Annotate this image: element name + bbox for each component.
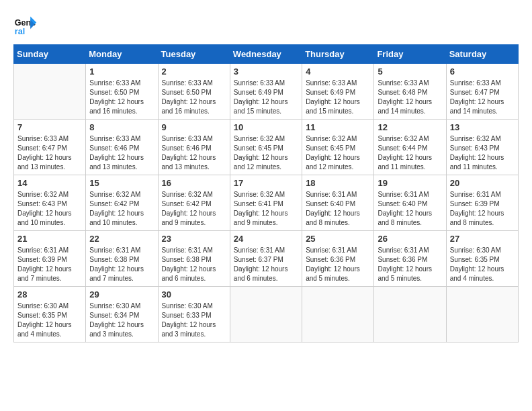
day-cell: 28Sunrise: 6:30 AM Sunset: 6:35 PM Dayli… (14, 287, 86, 342)
day-cell: 12Sunrise: 6:32 AM Sunset: 6:44 PM Dayli… (374, 120, 446, 175)
day-number: 29 (89, 289, 154, 300)
day-cell (302, 287, 374, 342)
svg-text:ral: ral (15, 27, 25, 36)
day-cell: 27Sunrise: 6:30 AM Sunset: 6:35 PM Dayli… (446, 231, 518, 287)
day-number: 21 (17, 234, 82, 244)
day-info: Sunrise: 6:30 AM Sunset: 6:35 PM Dayligh… (450, 246, 515, 283)
day-number: 7 (17, 122, 82, 132)
day-info: Sunrise: 6:33 AM Sunset: 6:50 PM Dayligh… (162, 79, 226, 116)
day-cell: 11Sunrise: 6:32 AM Sunset: 6:45 PM Dayli… (302, 120, 374, 175)
day-number: 11 (306, 122, 370, 132)
day-info: Sunrise: 6:31 AM Sunset: 6:40 PM Dayligh… (378, 190, 442, 228)
day-info: Sunrise: 6:31 AM Sunset: 6:37 PM Dayligh… (234, 246, 298, 283)
day-number: 28 (17, 289, 82, 300)
day-info: Sunrise: 6:31 AM Sunset: 6:39 PM Dayligh… (450, 190, 515, 228)
day-number: 16 (162, 178, 226, 188)
day-info: Sunrise: 6:30 AM Sunset: 6:35 PM Dayligh… (17, 302, 82, 339)
day-number: 2 (162, 66, 226, 77)
day-info: Sunrise: 6:32 AM Sunset: 6:43 PM Dayligh… (17, 190, 82, 228)
day-info: Sunrise: 6:32 AM Sunset: 6:42 PM Dayligh… (162, 190, 226, 228)
day-info: Sunrise: 6:33 AM Sunset: 6:47 PM Dayligh… (17, 134, 82, 172)
day-cell: 1Sunrise: 6:33 AM Sunset: 6:50 PM Daylig… (86, 64, 158, 120)
calendar-header: SundayMondayTuesdayWednesdayThursdayFrid… (14, 45, 519, 64)
day-info: Sunrise: 6:33 AM Sunset: 6:48 PM Dayligh… (378, 79, 442, 116)
day-cell: 7Sunrise: 6:33 AM Sunset: 6:47 PM Daylig… (14, 120, 86, 175)
logo-icon: Gene ral (13, 13, 38, 38)
day-number: 18 (306, 178, 370, 188)
day-info: Sunrise: 6:31 AM Sunset: 6:40 PM Dayligh… (306, 190, 370, 228)
week-row-5: 28Sunrise: 6:30 AM Sunset: 6:35 PM Dayli… (14, 287, 519, 342)
page-header: Gene ral (13, 13, 519, 38)
header-row: SundayMondayTuesdayWednesdayThursdayFrid… (14, 45, 519, 64)
day-number: 15 (89, 178, 154, 188)
week-row-4: 21Sunrise: 6:31 AM Sunset: 6:39 PM Dayli… (14, 231, 519, 287)
day-number: 25 (306, 234, 370, 244)
day-info: Sunrise: 6:30 AM Sunset: 6:34 PM Dayligh… (89, 302, 154, 339)
day-info: Sunrise: 6:32 AM Sunset: 6:45 PM Dayligh… (234, 134, 298, 172)
day-number: 3 (234, 66, 298, 77)
day-number: 4 (306, 66, 370, 77)
day-cell: 18Sunrise: 6:31 AM Sunset: 6:40 PM Dayli… (302, 175, 374, 231)
day-number: 20 (450, 178, 515, 188)
day-cell: 9Sunrise: 6:33 AM Sunset: 6:46 PM Daylig… (158, 120, 230, 175)
day-cell: 23Sunrise: 6:31 AM Sunset: 6:38 PM Dayli… (158, 231, 230, 287)
day-number: 19 (378, 178, 442, 188)
day-info: Sunrise: 6:32 AM Sunset: 6:44 PM Dayligh… (378, 134, 442, 172)
day-cell: 25Sunrise: 6:31 AM Sunset: 6:36 PM Dayli… (302, 231, 374, 287)
day-cell: 2Sunrise: 6:33 AM Sunset: 6:50 PM Daylig… (158, 64, 230, 120)
logo: Gene ral (13, 13, 42, 38)
day-cell: 14Sunrise: 6:32 AM Sunset: 6:43 PM Dayli… (14, 175, 86, 231)
header-friday: Friday (374, 45, 446, 64)
day-cell: 10Sunrise: 6:32 AM Sunset: 6:45 PM Dayli… (230, 120, 302, 175)
header-saturday: Saturday (446, 45, 518, 64)
day-info: Sunrise: 6:33 AM Sunset: 6:50 PM Dayligh… (89, 79, 154, 116)
header-wednesday: Wednesday (230, 45, 302, 64)
day-cell: 5Sunrise: 6:33 AM Sunset: 6:48 PM Daylig… (374, 64, 446, 120)
day-cell: 29Sunrise: 6:30 AM Sunset: 6:34 PM Dayli… (86, 287, 158, 342)
day-cell: 13Sunrise: 6:32 AM Sunset: 6:43 PM Dayli… (446, 120, 518, 175)
day-number: 14 (17, 178, 82, 188)
calendar-table: SundayMondayTuesdayWednesdayThursdayFrid… (13, 44, 519, 342)
day-info: Sunrise: 6:31 AM Sunset: 6:38 PM Dayligh… (89, 246, 154, 283)
day-info: Sunrise: 6:33 AM Sunset: 6:49 PM Dayligh… (234, 79, 298, 116)
day-cell: 22Sunrise: 6:31 AM Sunset: 6:38 PM Dayli… (86, 231, 158, 287)
header-tuesday: Tuesday (158, 45, 230, 64)
day-cell: 20Sunrise: 6:31 AM Sunset: 6:39 PM Dayli… (446, 175, 518, 231)
day-number: 12 (378, 122, 442, 132)
day-number: 10 (234, 122, 298, 132)
day-number: 26 (378, 234, 442, 244)
day-cell: 8Sunrise: 6:33 AM Sunset: 6:46 PM Daylig… (86, 120, 158, 175)
day-cell: 21Sunrise: 6:31 AM Sunset: 6:39 PM Dayli… (14, 231, 86, 287)
week-row-1: 1Sunrise: 6:33 AM Sunset: 6:50 PM Daylig… (14, 64, 519, 120)
day-info: Sunrise: 6:31 AM Sunset: 6:38 PM Dayligh… (162, 246, 226, 283)
day-info: Sunrise: 6:31 AM Sunset: 6:36 PM Dayligh… (378, 246, 442, 283)
day-cell (230, 287, 302, 342)
day-number: 1 (89, 66, 154, 77)
day-info: Sunrise: 6:32 AM Sunset: 6:43 PM Dayligh… (450, 134, 515, 172)
day-cell: 16Sunrise: 6:32 AM Sunset: 6:42 PM Dayli… (158, 175, 230, 231)
day-number: 30 (162, 289, 226, 300)
day-cell: 6Sunrise: 6:33 AM Sunset: 6:47 PM Daylig… (446, 64, 518, 120)
day-number: 24 (234, 234, 298, 244)
header-thursday: Thursday (302, 45, 374, 64)
day-number: 22 (89, 234, 154, 244)
day-info: Sunrise: 6:31 AM Sunset: 6:36 PM Dayligh… (306, 246, 370, 283)
day-info: Sunrise: 6:32 AM Sunset: 6:45 PM Dayligh… (306, 134, 370, 172)
day-number: 8 (89, 122, 154, 132)
day-cell: 26Sunrise: 6:31 AM Sunset: 6:36 PM Dayli… (374, 231, 446, 287)
header-sunday: Sunday (14, 45, 86, 64)
week-row-2: 7Sunrise: 6:33 AM Sunset: 6:47 PM Daylig… (14, 120, 519, 175)
day-cell: 15Sunrise: 6:32 AM Sunset: 6:42 PM Dayli… (86, 175, 158, 231)
day-cell: 30Sunrise: 6:30 AM Sunset: 6:33 PM Dayli… (158, 287, 230, 342)
day-cell (374, 287, 446, 342)
day-cell: 19Sunrise: 6:31 AM Sunset: 6:40 PM Dayli… (374, 175, 446, 231)
day-info: Sunrise: 6:33 AM Sunset: 6:46 PM Dayligh… (162, 134, 226, 172)
week-row-3: 14Sunrise: 6:32 AM Sunset: 6:43 PM Dayli… (14, 175, 519, 231)
day-cell: 4Sunrise: 6:33 AM Sunset: 6:49 PM Daylig… (302, 64, 374, 120)
calendar-body: 1Sunrise: 6:33 AM Sunset: 6:50 PM Daylig… (14, 64, 519, 342)
day-info: Sunrise: 6:32 AM Sunset: 6:41 PM Dayligh… (234, 190, 298, 228)
day-number: 23 (162, 234, 226, 244)
day-number: 17 (234, 178, 298, 188)
day-info: Sunrise: 6:33 AM Sunset: 6:47 PM Dayligh… (450, 79, 515, 116)
day-info: Sunrise: 6:33 AM Sunset: 6:49 PM Dayligh… (306, 79, 370, 116)
